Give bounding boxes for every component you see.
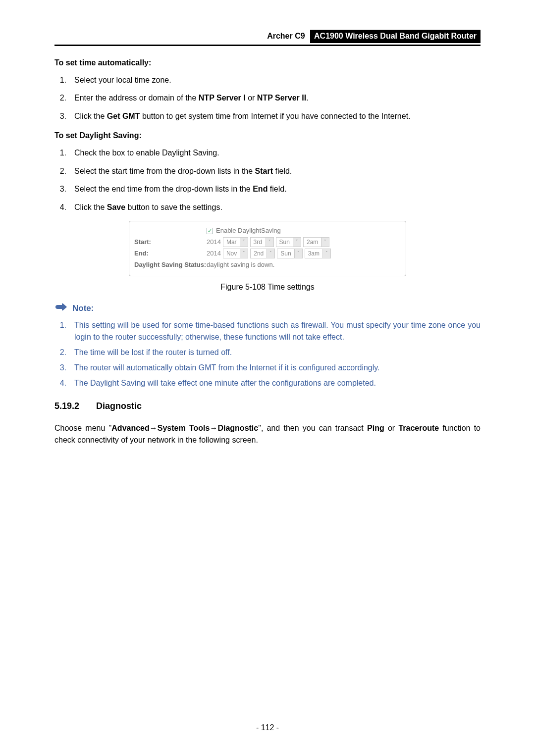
list-text: .: [306, 94, 308, 102]
para-text: Choose menu ": [54, 424, 111, 432]
list-item: 4. Click the Save button to save the set…: [68, 202, 481, 214]
select-value: Sun: [276, 238, 293, 247]
list-number: 2.: [54, 92, 66, 104]
arrow-icon: →: [150, 424, 158, 432]
list-text: Enter the address or domain of the: [74, 94, 199, 102]
list-number: 1.: [54, 319, 66, 332]
list-text: The Daylight Saving will take effect one…: [74, 379, 376, 387]
end-row: End: 2014 Nov˅ 2nd˅ Sun˅ 3am˅: [134, 249, 401, 258]
bold-text: Save: [107, 203, 125, 211]
bold-text: System Tools: [158, 424, 210, 432]
list-item: 1. Check the box to enable Daylight Savi…: [68, 147, 481, 159]
list-number: 4.: [54, 202, 66, 214]
select-value: 2nd: [251, 249, 267, 258]
section-heading: 5.19.2Diagnostic: [54, 400, 481, 413]
list-item: 3. Select the end time from the drop-dow…: [68, 183, 481, 196]
list-text: The router will automatically obtain GMT…: [74, 363, 380, 372]
select-value: 3am: [305, 249, 322, 258]
bold-text: Start: [255, 167, 273, 175]
list-number: 2.: [54, 347, 66, 359]
list-text: Select the start time from the drop-down…: [74, 167, 255, 175]
list-item: 2. Select the start time from the drop-d…: [68, 165, 481, 178]
end-year: 2014: [207, 249, 221, 258]
chevron-down-icon: ˅: [321, 238, 329, 247]
bold-text: Get GMT: [107, 112, 140, 120]
list-number: 1.: [54, 74, 66, 87]
enable-label: Enable DaylightSaving: [216, 226, 281, 236]
row-label: End:: [134, 249, 207, 258]
chevron-down-icon: ˅: [240, 249, 248, 258]
status-row: Daylight Saving Status: daylight saving …: [134, 260, 401, 270]
start-hour-select[interactable]: 2am˅: [303, 237, 329, 247]
start-row: Start: 2014 Mar˅ 3rd˅ Sun˅ 2am˅: [134, 237, 401, 247]
chevron-down-icon: ˅: [293, 238, 301, 247]
figure-caption: Figure 5-108 Time settings: [54, 281, 481, 294]
bold-text: Diagnostic: [217, 424, 258, 432]
select-value: Mar: [223, 238, 240, 247]
bold-text: Ping: [367, 424, 384, 432]
end-month-select[interactable]: Nov˅: [223, 249, 248, 258]
chevron-down-icon: ˅: [294, 249, 302, 258]
status-value: daylight saving is down.: [207, 260, 274, 270]
start-year: 2014: [207, 237, 221, 247]
daylight-saving-panel: ✓ Enable DaylightSaving Start: 2014 Mar˅…: [129, 221, 406, 276]
daylight-steps: 1. Check the box to enable Daylight Savi…: [68, 147, 481, 214]
chevron-down-icon: ˅: [267, 249, 274, 258]
page-number: - 112 -: [0, 722, 535, 734]
list-number: 2.: [54, 165, 66, 178]
list-item: 4. The Daylight Saving will take effect …: [68, 377, 481, 390]
select-value: Nov: [223, 249, 240, 258]
list-text: Select your local time zone.: [74, 76, 171, 84]
end-week-select[interactable]: 2nd˅: [250, 249, 275, 258]
para-text: ", and then you can transact: [258, 424, 367, 432]
list-number: 4.: [54, 377, 66, 390]
row-label: Daylight Saving Status:: [134, 260, 207, 270]
start-day-select[interactable]: Sun˅: [276, 237, 301, 247]
page-header: Archer C9 AC1900 Wireless Dual Band Giga…: [54, 30, 481, 46]
heading-daylight-saving: To set Daylight Saving:: [54, 130, 481, 142]
bold-text: Advanced: [111, 424, 149, 432]
list-text: button to save the settings.: [125, 203, 222, 211]
arrow-icon: →: [210, 424, 217, 432]
enable-row: ✓ Enable DaylightSaving: [134, 226, 401, 236]
select-value: 2am: [304, 238, 321, 247]
start-week-select[interactable]: 3rd˅: [250, 237, 274, 247]
list-text: This setting will be used for some time-…: [74, 321, 481, 342]
select-value: Sun: [277, 249, 294, 258]
list-item: 1. This setting will be used for some ti…: [68, 319, 481, 344]
note-heading: Note:: [54, 302, 481, 315]
select-value: 3rd: [251, 238, 266, 247]
list-item: 3. Click the Get GMT button to get syste…: [68, 110, 481, 123]
list-number: 3.: [54, 362, 66, 374]
heading-auto-time: To set time automatically:: [54, 57, 481, 69]
list-text: button to get system time from Internet …: [140, 112, 410, 120]
section-title: Diagnostic: [96, 401, 142, 411]
list-text: Click the: [74, 203, 107, 211]
list-item: 2. Enter the address or domain of the NT…: [68, 92, 481, 104]
diagnostic-paragraph: Choose menu "Advanced→System Tools→Diagn…: [54, 422, 481, 447]
bold-text: NTP Server I: [199, 94, 246, 102]
note-list: 1. This setting will be used for some ti…: [68, 319, 481, 390]
list-text: field.: [268, 185, 286, 193]
list-text: field.: [273, 167, 292, 175]
list-number: 1.: [54, 147, 66, 159]
daylight-saving-box: ✓ Enable DaylightSaving Start: 2014 Mar˅…: [129, 221, 406, 276]
bold-text: Traceroute: [398, 424, 439, 432]
list-text: The time will be lost if the router is t…: [74, 348, 232, 356]
note-label: Note:: [72, 302, 94, 315]
list-text: Select the end time from the drop-down l…: [74, 185, 253, 193]
start-month-select[interactable]: Mar˅: [223, 237, 248, 247]
chevron-down-icon: ˅: [240, 238, 248, 247]
chevron-down-icon: ˅: [266, 238, 273, 247]
chevron-down-icon: ˅: [322, 249, 330, 258]
end-hour-select[interactable]: 3am˅: [305, 249, 331, 258]
end-day-select[interactable]: Sun˅: [277, 249, 302, 258]
list-item: 1. Select your local time zone.: [68, 74, 481, 87]
para-text: or: [384, 424, 399, 432]
product-model: Archer C9: [267, 30, 308, 43]
bold-text: NTP Server II: [257, 94, 306, 102]
auto-time-steps: 1. Select your local time zone. 2. Enter…: [68, 74, 481, 123]
list-item: 3. The router will automatically obtain …: [68, 362, 481, 374]
enable-checkbox[interactable]: ✓: [207, 228, 213, 234]
list-number: 3.: [54, 183, 66, 196]
